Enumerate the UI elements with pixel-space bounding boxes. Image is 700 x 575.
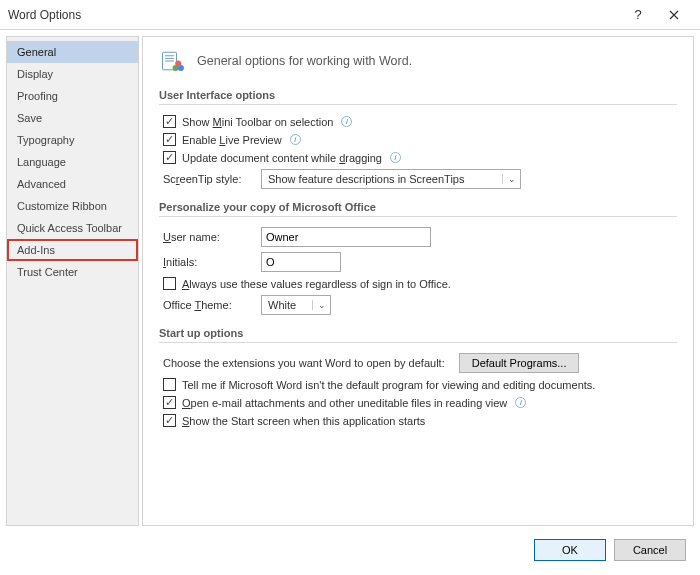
sidebar-item-typography[interactable]: Typography bbox=[7, 129, 138, 151]
label-screentip-style: ScreenTip style: bbox=[163, 173, 253, 185]
label-tell-me: Tell me if Microsoft Word isn't the defa… bbox=[182, 379, 595, 391]
label-open-email: Open e-mail attachments and other unedit… bbox=[182, 397, 507, 409]
close-icon bbox=[669, 10, 679, 20]
input-initials[interactable] bbox=[261, 252, 341, 272]
svg-point-6 bbox=[175, 61, 181, 67]
label-start-screen: Show the Start screen when this applicat… bbox=[182, 415, 425, 427]
label-mini-toolbar: Show Mini Toolbar on selection bbox=[182, 116, 333, 128]
checkbox-open-email[interactable] bbox=[163, 396, 176, 409]
ok-button[interactable]: OK bbox=[534, 539, 606, 561]
sidebar-item-trust-center[interactable]: Trust Center bbox=[7, 261, 138, 283]
dialog-footer: OK Cancel bbox=[0, 532, 700, 568]
cancel-button[interactable]: Cancel bbox=[614, 539, 686, 561]
titlebar: Word Options ? bbox=[0, 0, 700, 30]
category-sidebar: General Display Proofing Save Typography… bbox=[6, 36, 139, 526]
section-ui-title: User Interface options bbox=[159, 89, 677, 105]
select-screentip-style[interactable]: Show feature descriptions in ScreenTips … bbox=[261, 169, 521, 189]
sidebar-item-add-ins[interactable]: Add-Ins bbox=[7, 239, 138, 261]
close-button[interactable] bbox=[656, 1, 692, 29]
label-always-use: Always use these values regardless of si… bbox=[182, 278, 451, 290]
label-username: User name: bbox=[163, 231, 253, 243]
sidebar-item-display[interactable]: Display bbox=[7, 63, 138, 85]
section-startup-title: Start up options bbox=[159, 327, 677, 343]
checkbox-update-dragging[interactable] bbox=[163, 151, 176, 164]
checkbox-always-use[interactable] bbox=[163, 277, 176, 290]
checkbox-start-screen[interactable] bbox=[163, 414, 176, 427]
checkbox-live-preview[interactable] bbox=[163, 133, 176, 146]
checkbox-tell-me[interactable] bbox=[163, 378, 176, 391]
sidebar-item-customize-ribbon[interactable]: Customize Ribbon bbox=[7, 195, 138, 217]
info-icon[interactable] bbox=[290, 134, 301, 145]
options-panel: General options for working with Word. U… bbox=[142, 36, 694, 526]
label-initials: Initials: bbox=[163, 256, 253, 268]
sidebar-item-save[interactable]: Save bbox=[7, 107, 138, 129]
label-office-theme: Office Theme: bbox=[163, 299, 253, 311]
general-options-icon bbox=[159, 47, 187, 75]
sidebar-item-quick-access-toolbar[interactable]: Quick Access Toolbar bbox=[7, 217, 138, 239]
sidebar-item-advanced[interactable]: Advanced bbox=[7, 173, 138, 195]
label-update-dragging: Update document content while dragging bbox=[182, 152, 382, 164]
section-personalize-title: Personalize your copy of Microsoft Offic… bbox=[159, 201, 677, 217]
chevron-down-icon: ⌄ bbox=[502, 174, 518, 184]
input-username[interactable] bbox=[261, 227, 431, 247]
info-icon[interactable] bbox=[515, 397, 526, 408]
sidebar-item-general[interactable]: General bbox=[7, 41, 138, 63]
select-office-theme[interactable]: White ⌄ bbox=[261, 295, 331, 315]
label-live-preview: Enable Live Preview bbox=[182, 134, 282, 146]
sidebar-item-proofing[interactable]: Proofing bbox=[7, 85, 138, 107]
window-title: Word Options bbox=[8, 8, 620, 22]
sidebar-item-language[interactable]: Language bbox=[7, 151, 138, 173]
checkbox-mini-toolbar[interactable] bbox=[163, 115, 176, 128]
chevron-down-icon: ⌄ bbox=[312, 300, 328, 310]
info-icon[interactable] bbox=[390, 152, 401, 163]
label-extensions: Choose the extensions you want Word to o… bbox=[163, 357, 445, 369]
default-programs-button[interactable]: Default Programs... bbox=[459, 353, 580, 373]
help-button[interactable]: ? bbox=[620, 1, 656, 29]
info-icon[interactable] bbox=[341, 116, 352, 127]
page-subtitle: General options for working with Word. bbox=[197, 54, 412, 68]
